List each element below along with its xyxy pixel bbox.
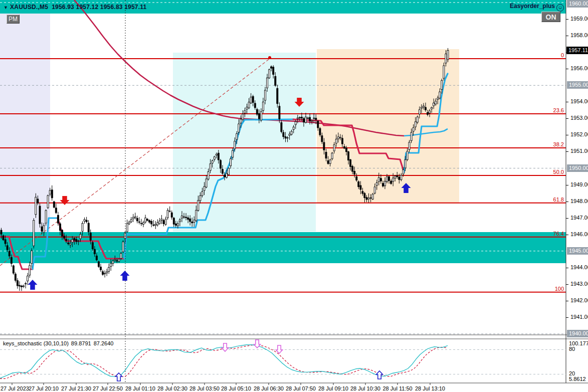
price-axis-tick — [566, 202, 568, 202]
time-axis-label: 28 Jul 06:30 — [254, 385, 284, 391]
price-axis-tick — [566, 118, 568, 119]
price-axis-tick — [566, 235, 568, 235]
stochastic-scale-level: 80 — [569, 346, 575, 352]
price-axis-label: 1953.00 — [570, 115, 588, 121]
symbol-period-label: XAUUSD.,M5 — [10, 4, 48, 11]
pm-button[interactable]: PM — [7, 15, 20, 24]
time-axis-label: 27 Jul 22:50 — [93, 385, 123, 391]
price-axis-label: 1946.00 — [570, 231, 588, 237]
session-zone-lavender — [0, 14, 50, 263]
ohlc-close: 1957.11 — [124, 4, 146, 11]
price-axis-label: 1948.00 — [570, 198, 588, 204]
price-axis-label: 1944.00 — [570, 264, 588, 270]
price-axis-label: 1949.00 — [570, 181, 588, 187]
time-axis-label: 27 Jul 21:30 — [61, 385, 91, 391]
price-axis-label: 1959.00 — [570, 16, 588, 22]
price-axis-tick — [566, 218, 568, 219]
fib-level-label: 61.8 — [0, 197, 564, 203]
stochastic-scale-max: 100.1775 — [569, 340, 588, 346]
price-axis-label: 1941.00 — [570, 314, 588, 320]
fib-level-label: 100 — [0, 286, 564, 292]
easyorder-on-button[interactable]: ON — [541, 12, 560, 22]
price-axis-tick — [566, 268, 568, 268]
ohlc-low: 1956.83 — [100, 4, 123, 11]
time-axis-label: 28 Jul 09:10 — [318, 385, 348, 391]
price-axis-tick — [566, 151, 568, 152]
fib-level-label: 23.6 — [0, 107, 564, 113]
buy-arrow-icon — [120, 271, 130, 281]
price-axis-tick — [566, 19, 568, 20]
price-axis-label: 1952.00 — [570, 131, 588, 137]
time-axis-label: 28 Jul 13:10 — [415, 385, 445, 391]
fib-level-label: 38.2 — [0, 141, 564, 147]
price-axis-tick — [566, 102, 568, 102]
price-axis-tick — [566, 185, 568, 185]
price-axis-tick — [566, 135, 568, 135]
price-axis-label: 1947.00 — [570, 215, 588, 221]
price-axis-highlight-label: 1950.00 — [567, 164, 588, 172]
stochastic-name: keys_stochastic (30,10,10) — [3, 340, 69, 346]
chart-title: ▼XAUUSD.,M5 1956.93 1957.12 1956.83 1957… — [4, 4, 146, 11]
time-axis-label: 28 Jul 01:10 — [125, 385, 155, 391]
session-backgrounds — [0, 14, 459, 263]
stochastic-scale-min: 5.8612 — [569, 376, 586, 382]
ohlc-open: 1956.93 — [52, 4, 74, 11]
price-axis-highlight-label: 1960.00 — [567, 0, 588, 8]
time-ticks — [12, 383, 430, 385]
price-axis-tick — [566, 69, 568, 69]
time-axis-label: 28 Jul 10:30 — [350, 385, 380, 391]
price-axis-label: 1942.00 — [570, 297, 588, 303]
ohlc-high: 1957.12 — [76, 4, 99, 11]
stochastic-value-signal: 87.2640 — [94, 340, 114, 346]
fib-level-label: 50.0 — [0, 169, 564, 175]
trading-terminal-chart: ▼XAUUSD.,M5 1956.93 1957.12 1956.83 1957… — [0, 0, 588, 392]
time-axis-label: 28 Jul 05:10 — [221, 385, 251, 391]
smiley-icon[interactable]: ☺ — [556, 4, 564, 12]
current-price-label: 1957.11 — [566, 47, 588, 54]
price-axis-highlight-label: 1955.00 — [567, 81, 588, 89]
price-axis-highlight-label: 1940.00 — [567, 330, 588, 337]
stochastic-value-main: 89.8791 — [71, 340, 91, 346]
time-axis-label: 28 Jul 07:50 — [286, 385, 316, 391]
price-axis-tick — [566, 36, 568, 36]
price-axis-label: 1958.00 — [570, 32, 588, 38]
price-axis-highlight-label: 1945.00 — [567, 247, 588, 255]
time-axis-label: 28 Jul 02:30 — [157, 385, 187, 391]
price-axis-tick — [566, 284, 568, 285]
price-axis-tick — [566, 301, 568, 301]
price-axis-tick — [566, 317, 568, 318]
price-axis-label: 1951.00 — [570, 148, 588, 154]
price-axis-label: 1954.00 — [570, 98, 588, 104]
time-axis-label: 27 Jul 20:10 — [29, 385, 59, 391]
easyorder-plus-label: Easyorder_plus☺ — [496, 3, 564, 12]
stochastic-indicator-label: keys_stochastic (30,10,10)89.879187.2640 — [3, 340, 116, 346]
time-axis-label: 27 Jul 2023 — [1, 385, 29, 391]
fib-level-label: 76.4 — [0, 231, 564, 237]
price-axis-label: 1943.00 — [570, 281, 588, 287]
collapse-icon[interactable]: ▼ — [4, 5, 8, 10]
time-axis-label: 28 Jul 11:50 — [383, 385, 413, 391]
price-axis-label: 1956.00 — [570, 65, 588, 71]
time-axis-label: 28 Jul 03:50 — [189, 385, 220, 391]
fib-level-label: 0 — [0, 52, 564, 58]
